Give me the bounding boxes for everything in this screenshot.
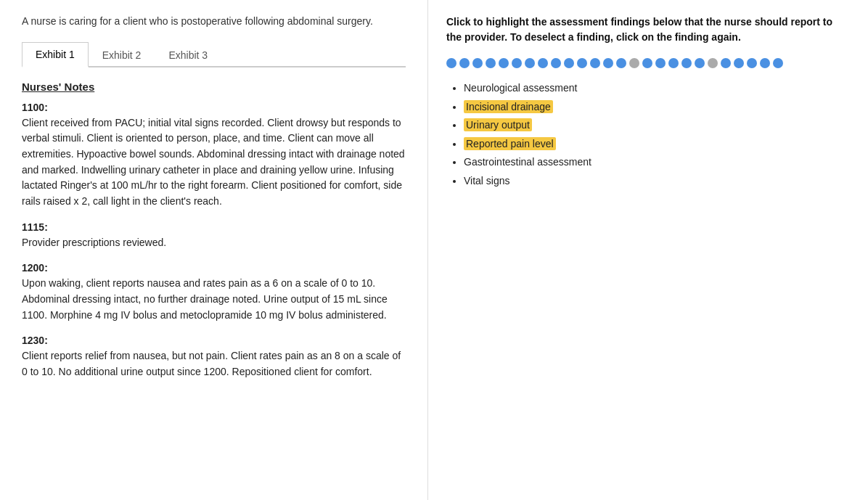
right-panel: Click to highlight the assessment findin…	[428, 0, 868, 500]
finding-item-5[interactable]: Vital signs	[464, 174, 850, 189]
progress-dot-12[interactable]	[603, 58, 613, 68]
finding-item-4[interactable]: Gastrointestinal assessment	[464, 155, 850, 170]
progress-dot-22[interactable]	[734, 58, 744, 68]
progress-dot-6[interactable]	[525, 58, 535, 68]
note-1100-text: Client received from PACU; initial vital…	[22, 115, 406, 210]
intro-text: A nurse is caring for a client who is po…	[22, 15, 406, 29]
note-1200: 1200: Upon waking, client reports nausea…	[22, 262, 406, 323]
note-1230-text: Client reports relief from nausea, but n…	[22, 348, 406, 380]
progress-dot-9[interactable]	[564, 58, 574, 68]
finding-label-0: Neurological assessment	[464, 82, 577, 94]
progress-dot-23[interactable]	[747, 58, 757, 68]
progress-dot-5[interactable]	[512, 58, 522, 68]
progress-dot-2[interactable]	[472, 58, 483, 68]
progress-dot-25[interactable]	[773, 58, 783, 68]
progress-dot-8[interactable]	[551, 58, 561, 68]
finding-item-1[interactable]: Incisional drainage	[464, 100, 850, 115]
instruction-text: Click to highlight the assessment findin…	[446, 15, 850, 45]
note-1115-text: Provider prescriptions reviewed.	[22, 235, 406, 251]
progress-dot-1[interactable]	[459, 58, 470, 68]
tabs-container: Exhibit 1 Exhibit 2 Exhibit 3	[22, 42, 406, 67]
note-1200-time: 1200:	[22, 262, 406, 274]
progress-dot-7[interactable]	[538, 58, 548, 68]
finding-item-0[interactable]: Neurological assessment	[464, 81, 850, 96]
findings-list: Neurological assessmentIncisional draina…	[446, 81, 850, 189]
tab-exhibit-1[interactable]: Exhibit 1	[22, 42, 89, 67]
finding-item-2[interactable]: Urinary output	[464, 118, 850, 133]
left-panel: A nurse is caring for a client who is po…	[0, 0, 428, 500]
progress-dot-24[interactable]	[760, 58, 770, 68]
nurses-notes-title: Nurses' Notes	[22, 81, 406, 93]
tab-exhibit-3[interactable]: Exhibit 3	[155, 42, 221, 67]
progress-dot-17[interactable]	[668, 58, 679, 68]
note-1100: 1100: Client received from PACU; initial…	[22, 102, 406, 210]
progress-dot-18[interactable]	[681, 58, 692, 68]
progress-dot-19[interactable]	[695, 58, 705, 68]
finding-label-3: Reported pain level	[464, 137, 556, 150]
progress-dot-11[interactable]	[590, 58, 600, 68]
progress-dot-14[interactable]	[629, 58, 639, 68]
note-1115-time: 1115:	[22, 221, 406, 233]
finding-item-3[interactable]: Reported pain level	[464, 137, 850, 152]
dots-row	[446, 58, 850, 68]
progress-dot-20[interactable]	[708, 58, 718, 68]
note-1100-time: 1100:	[22, 102, 406, 113]
progress-dot-0[interactable]	[446, 58, 456, 68]
finding-label-5: Vital signs	[464, 175, 510, 187]
note-1200-text: Upon waking, client reports nausea and r…	[22, 276, 406, 323]
finding-label-2: Urinary output	[464, 118, 532, 131]
progress-dot-16[interactable]	[655, 58, 666, 68]
progress-dot-10[interactable]	[577, 58, 587, 68]
finding-label-4: Gastrointestinal assessment	[464, 156, 591, 168]
note-1115: 1115: Provider prescriptions reviewed.	[22, 221, 406, 251]
progress-dot-4[interactable]	[499, 58, 509, 68]
progress-dot-15[interactable]	[642, 58, 652, 68]
tab-exhibit-2[interactable]: Exhibit 2	[89, 42, 155, 67]
progress-dot-13[interactable]	[616, 58, 626, 68]
finding-label-1: Incisional drainage	[464, 100, 553, 113]
note-1230: 1230: Client reports relief from nausea,…	[22, 335, 406, 380]
note-1230-time: 1230:	[22, 335, 406, 346]
progress-dot-3[interactable]	[486, 58, 496, 68]
progress-dot-21[interactable]	[721, 58, 731, 68]
